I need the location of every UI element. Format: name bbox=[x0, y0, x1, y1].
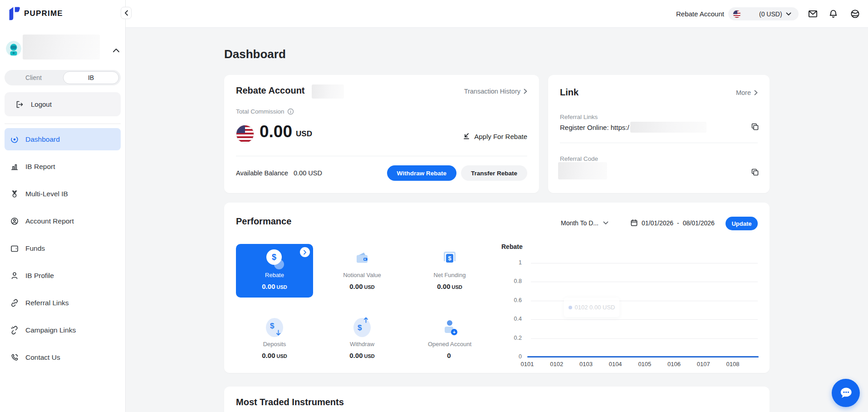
apply-for-rebate-link[interactable]: Apply For Rebate bbox=[462, 132, 527, 140]
copy-referral-link-icon[interactable] bbox=[750, 122, 760, 131]
tile-currency: USD bbox=[364, 353, 374, 359]
puprime-logo[interactable]: PUPRIME bbox=[7, 6, 63, 21]
transfer-rebate-button[interactable]: Transfer Rebate bbox=[461, 165, 527, 181]
referral-code-label: Referral Code bbox=[560, 155, 598, 162]
x-axis-tick-label: 0105 bbox=[638, 361, 651, 367]
sidebar-item-referral-links[interactable]: Referral Links bbox=[5, 292, 121, 314]
sidebar-nav: Dashboard IB Report Multi-Level IB Accou… bbox=[5, 128, 121, 368]
date-range-picker[interactable]: 01/01/2026 - 08/01/2026 bbox=[630, 219, 715, 227]
tile-label: Notional Value bbox=[343, 272, 381, 278]
tile-currency: USD bbox=[364, 284, 374, 290]
sidebar-item-multi-level-ib[interactable]: Multi-Level IB bbox=[5, 183, 121, 205]
language-globe-icon[interactable] bbox=[850, 9, 860, 19]
us-flag-icon bbox=[236, 125, 254, 143]
brand-name: PUPRIME bbox=[24, 9, 63, 18]
user-menu[interactable] bbox=[0, 35, 126, 60]
broken-link-icon bbox=[10, 326, 19, 335]
withdraw-icon: $ bbox=[353, 318, 371, 337]
date-start: 01/01/2026 bbox=[642, 219, 673, 227]
date-separator: - bbox=[677, 219, 679, 227]
sidebar-item-funds[interactable]: Funds bbox=[5, 237, 121, 259]
sidebar-item-contact-us[interactable]: Contact Us bbox=[5, 346, 121, 368]
notifications-bell-icon[interactable] bbox=[828, 9, 839, 19]
tile-opened-account[interactable]: + Opened Account 0 bbox=[411, 313, 488, 367]
mail-icon[interactable] bbox=[808, 9, 818, 19]
sidebar-item-account-report[interactable]: Account Report bbox=[5, 210, 121, 232]
link-icon bbox=[10, 298, 19, 308]
tile-label: Net Funding bbox=[434, 272, 466, 278]
sidebar-item-dashboard[interactable]: Dashboard bbox=[5, 128, 121, 150]
link-card: Link More Referral Links Register Online… bbox=[548, 75, 770, 193]
sidebar-item-ib-report[interactable]: IB Report bbox=[5, 155, 121, 178]
y-axis-tick-label: 0.6 bbox=[485, 297, 522, 303]
link-card-title: Link bbox=[560, 87, 579, 98]
chart-title: Rebate bbox=[501, 243, 523, 250]
x-axis-tick-label: 0102 bbox=[550, 361, 563, 367]
person-circle-icon bbox=[10, 217, 19, 226]
sidebar-item-label: Referral Links bbox=[25, 299, 69, 307]
tile-label: Deposits bbox=[263, 341, 286, 347]
card-divider bbox=[560, 143, 758, 143]
info-icon[interactable] bbox=[287, 108, 294, 115]
redacted-referral-code bbox=[558, 162, 607, 179]
sidebar-item-label: Campaign Links bbox=[25, 326, 76, 334]
apply-rebate-icon bbox=[462, 132, 471, 140]
referral-links-label: Referral Links bbox=[560, 114, 598, 120]
performance-card: Performance Month To D... 01/01/2026 - 0… bbox=[224, 203, 770, 373]
date-range-dropdown[interactable]: Month To D... bbox=[561, 219, 608, 227]
toggle-client[interactable]: Client bbox=[5, 74, 63, 81]
net-funding-icon: $ bbox=[441, 249, 459, 268]
tile-label: Opened Account bbox=[428, 341, 471, 347]
more-link[interactable]: More bbox=[736, 89, 758, 96]
logout-button[interactable]: Logout bbox=[5, 92, 121, 116]
account-selector[interactable]: (0 USD) bbox=[728, 7, 799, 20]
bar-chart-icon bbox=[10, 162, 19, 171]
avatar bbox=[6, 41, 21, 56]
tile-value: 0.00 bbox=[349, 352, 363, 359]
x-axis-tick-label: 0108 bbox=[726, 361, 740, 367]
transaction-history-link[interactable]: Transaction History bbox=[464, 88, 527, 95]
tile-currency: USD bbox=[451, 284, 462, 290]
sidebar-item-campaign-links[interactable]: Campaign Links bbox=[5, 319, 121, 341]
toggle-ib[interactable]: IB bbox=[63, 71, 119, 84]
wallet-icon bbox=[353, 249, 371, 268]
logout-label: Logout bbox=[31, 100, 52, 108]
tile-value: 0.00 bbox=[349, 283, 363, 290]
copy-referral-code-icon[interactable] bbox=[750, 168, 760, 177]
sidebar-divider bbox=[5, 124, 121, 124]
redacted-user-name bbox=[23, 35, 100, 60]
more-label: More bbox=[736, 89, 751, 96]
total-commission-amount: 0.00 USD bbox=[260, 122, 312, 142]
x-axis-tick-label: 0107 bbox=[697, 361, 710, 367]
y-axis-tick-label: 0 bbox=[485, 353, 522, 360]
date-range-value: Month To D... bbox=[561, 219, 598, 227]
most-traded-title: Most Traded Instruments bbox=[236, 397, 344, 407]
phone-icon bbox=[10, 353, 19, 362]
commission-value: 0.00 bbox=[260, 122, 292, 142]
chat-bubble-icon bbox=[837, 384, 854, 402]
tile-expand-chevron[interactable] bbox=[300, 247, 310, 257]
card-divider bbox=[236, 156, 527, 156]
chart-data-line bbox=[527, 356, 759, 357]
tile-net-funding[interactable]: $ Net Funding 0.00USD bbox=[411, 244, 488, 298]
referral-link-text: Register Online: https:/ bbox=[560, 124, 629, 131]
tile-deposits[interactable]: $ Deposits 0.00USD bbox=[236, 313, 313, 367]
live-chat-button[interactable] bbox=[832, 379, 860, 407]
y-axis-tick-label: 0.4 bbox=[485, 316, 522, 322]
tile-withdraw[interactable]: $ Withdraw 0.00USD bbox=[324, 313, 401, 367]
deposits-icon: $ bbox=[266, 318, 283, 337]
withdraw-rebate-button[interactable]: Withdraw Rebate bbox=[387, 165, 456, 181]
tile-notional-value[interactable]: Notional Value 0.00USD bbox=[324, 244, 401, 298]
sidebar-item-ib-profile[interactable]: IB Profile bbox=[5, 264, 121, 287]
referral-link-row: Register Online: https:/ bbox=[560, 122, 706, 133]
y-axis-tick-label: 1 bbox=[485, 259, 522, 266]
sidebar-collapse-button[interactable] bbox=[121, 7, 132, 19]
tile-rebate[interactable]: $ Rebate 0.00USD bbox=[236, 244, 313, 298]
rebate-coin-icon: $ bbox=[265, 249, 284, 268]
us-flag-icon bbox=[733, 10, 741, 18]
total-commission-label: Total Commission bbox=[236, 108, 284, 115]
tile-value: 0 bbox=[447, 352, 451, 359]
sidebar-item-label: Funds bbox=[25, 244, 45, 253]
update-button[interactable]: Update bbox=[726, 217, 758, 230]
account-type-toggle: Client IB bbox=[5, 70, 121, 85]
